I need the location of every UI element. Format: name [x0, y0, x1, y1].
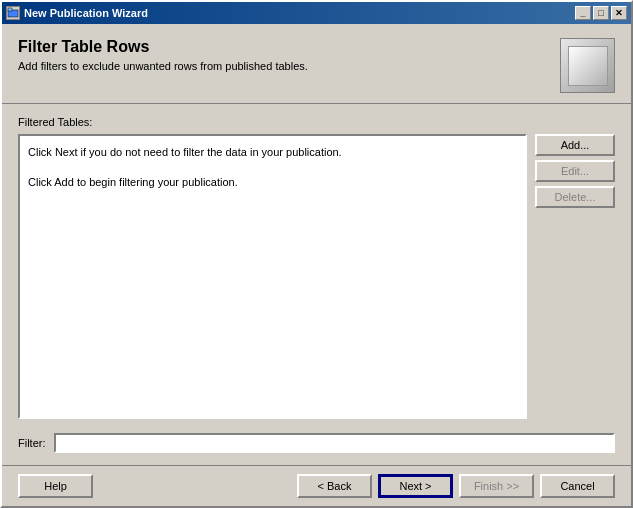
header-image	[560, 38, 615, 93]
filter-input[interactable]	[54, 433, 616, 453]
minimize-button[interactable]: _	[575, 6, 591, 20]
filter-label: Filter:	[18, 437, 46, 449]
title-bar: New Publication Wizard _ □ ✕	[2, 2, 631, 24]
main-body: Filtered Tables: Click Next if you do no…	[2, 104, 631, 465]
next-button[interactable]: Next >	[378, 474, 453, 498]
instructions-line2: Click Add to begin filtering your public…	[28, 174, 517, 192]
close-button[interactable]: ✕	[611, 6, 627, 20]
delete-button[interactable]: Delete...	[535, 186, 615, 208]
header-image-inner	[568, 46, 608, 86]
header-title: Filter Table Rows	[18, 38, 550, 56]
header-subtitle: Add filters to exclude unwanted rows fro…	[18, 60, 550, 72]
main-window: New Publication Wizard _ □ ✕ Filter Tabl…	[0, 0, 633, 508]
cancel-button[interactable]: Cancel	[540, 474, 615, 498]
edit-button[interactable]: Edit...	[535, 160, 615, 182]
back-button[interactable]: < Back	[297, 474, 372, 498]
header-text: Filter Table Rows Add filters to exclude…	[18, 38, 550, 72]
filtered-tables-label: Filtered Tables:	[18, 116, 615, 128]
footer-right: < Back Next > Finish >> Cancel	[297, 474, 615, 498]
help-button[interactable]: Help	[18, 474, 93, 498]
maximize-button[interactable]: □	[593, 6, 609, 20]
window-title: New Publication Wizard	[24, 7, 148, 19]
footer-section: Help < Back Next > Finish >> Cancel	[2, 465, 631, 506]
filter-row: Filter:	[18, 433, 615, 453]
header-section: Filter Table Rows Add filters to exclude…	[2, 24, 631, 104]
filtered-tables-listbox[interactable]: Click Next if you do not need to filter …	[18, 134, 527, 419]
title-bar-left: New Publication Wizard	[6, 6, 148, 20]
instructions-line1: Click Next if you do not need to filter …	[28, 144, 517, 162]
window-content: Filter Table Rows Add filters to exclude…	[2, 24, 631, 506]
svg-rect-1	[8, 8, 12, 11]
finish-button[interactable]: Finish >>	[459, 474, 534, 498]
tables-row: Click Next if you do not need to filter …	[18, 134, 615, 419]
window-icon	[6, 6, 20, 20]
footer-left: Help	[18, 474, 93, 498]
add-button[interactable]: Add...	[535, 134, 615, 156]
tables-buttons: Add... Edit... Delete...	[535, 134, 615, 419]
title-bar-controls: _ □ ✕	[575, 6, 627, 20]
filtered-tables-section: Filtered Tables: Click Next if you do no…	[18, 116, 615, 419]
